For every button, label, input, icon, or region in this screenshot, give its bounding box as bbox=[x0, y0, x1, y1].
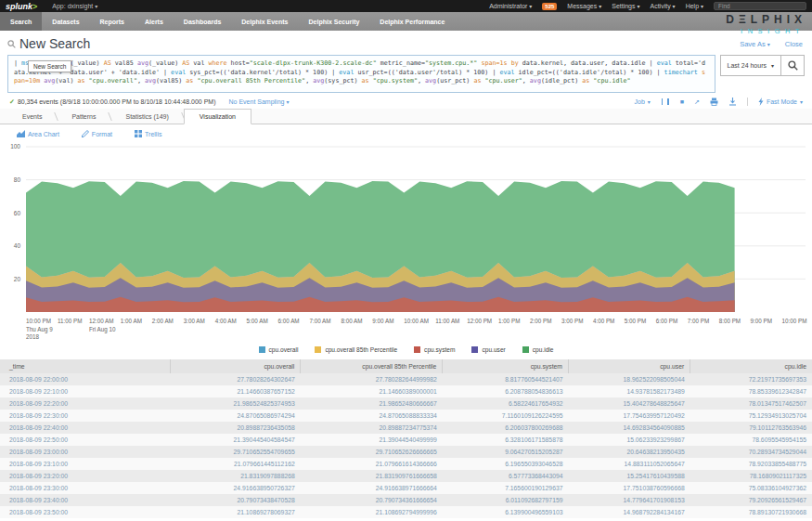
col-header-cpu-overall-85th-percentile[interactable]: cpu.overall 85th Percentile bbox=[301, 359, 443, 373]
nav-item-delphix-performance[interactable]: Delphix Performance bbox=[369, 12, 455, 31]
tab-visualization[interactable]: Visualization bbox=[184, 109, 251, 124]
help-menu[interactable]: Help ▾ bbox=[686, 3, 703, 9]
cell-value[interactable]: 6.328106171585878 bbox=[443, 434, 569, 446]
cell-value[interactable]: 14.968792284134167 bbox=[569, 506, 690, 518]
cell-value[interactable]: 79.10112763563946 bbox=[690, 422, 812, 434]
export-button[interactable] bbox=[728, 98, 737, 106]
splunk-logo[interactable]: splunk> bbox=[6, 2, 37, 11]
print-button[interactable] bbox=[710, 98, 718, 106]
cell-value[interactable]: 6.139900496559103 bbox=[443, 506, 569, 518]
stop-button[interactable]: ■ bbox=[680, 98, 684, 105]
cell-value[interactable]: 20.64638213950435 bbox=[569, 446, 690, 458]
cell-value[interactable]: 21.108692794999996 bbox=[301, 506, 443, 518]
tab-patterns[interactable]: Patterns bbox=[57, 110, 110, 124]
cell-value[interactable]: 24.87065088833334 bbox=[301, 410, 443, 422]
cell-value[interactable]: 27.78028264302647 bbox=[171, 373, 301, 385]
tab-events[interactable]: Events bbox=[7, 110, 57, 124]
run-search-button[interactable] bbox=[781, 55, 805, 76]
cell-value[interactable]: 75.08336104927362 bbox=[690, 482, 812, 494]
event-sampling-menu[interactable]: No Event Sampling ▾ bbox=[229, 98, 290, 105]
area-chart[interactable]: 2040608010010:00 PM11:00 PM12:00 AM1:00 … bbox=[0, 141, 812, 356]
cell-value[interactable]: 15.25417610439588 bbox=[569, 470, 690, 482]
cell-value[interactable]: 78.6095545954155 bbox=[690, 434, 812, 446]
cell-value[interactable]: 24.87065086974294 bbox=[171, 410, 301, 422]
cell-time[interactable]: 2018-08-09 23:00:00 bbox=[0, 446, 171, 458]
cell-time[interactable]: 2018-08-09 22:00:00 bbox=[0, 373, 171, 385]
cell-value[interactable]: 20.89887234775374 bbox=[301, 422, 443, 434]
pause-button[interactable] bbox=[661, 98, 670, 105]
administrator-menu[interactable]: Administrator ▾ bbox=[489, 3, 532, 9]
cell-value[interactable]: 21.831909761666658 bbox=[301, 470, 443, 482]
cell-value[interactable]: 6.206037800269688 bbox=[443, 422, 569, 434]
cell-value[interactable]: 78.16809021117325 bbox=[690, 470, 812, 482]
cell-time[interactable]: 2018-08-09 22:20:00 bbox=[0, 397, 171, 410]
cell-value[interactable]: 72.21971735697353 bbox=[690, 373, 812, 385]
format-button[interactable]: Format bbox=[82, 130, 112, 137]
col-header-_time[interactable]: _time bbox=[0, 359, 171, 373]
cell-value[interactable]: 20.89887236435058 bbox=[171, 422, 301, 434]
cell-value[interactable]: 21.39044540499999 bbox=[301, 434, 443, 446]
cell-value[interactable]: 15.404278648825647 bbox=[569, 397, 690, 410]
cell-value[interactable]: 29.710652626666665 bbox=[301, 446, 443, 458]
cell-value[interactable]: 14.692834564090885 bbox=[569, 422, 690, 434]
cell-value[interactable]: 24.916638971666664 bbox=[301, 482, 443, 494]
cell-value[interactable]: 21.98652480666667 bbox=[301, 397, 443, 410]
cell-value[interactable]: 78.85339612342847 bbox=[690, 385, 812, 397]
cell-value[interactable]: 14.883111052065647 bbox=[569, 458, 690, 470]
trellis-button[interactable]: Trellis bbox=[135, 130, 161, 137]
cell-value[interactable]: 21.390445404584547 bbox=[171, 434, 301, 446]
cell-value[interactable]: 27.780282644999982 bbox=[301, 373, 443, 385]
cell-value[interactable]: 21.079661614366666 bbox=[301, 458, 443, 470]
cell-value[interactable]: 6.196550393046528 bbox=[443, 458, 569, 470]
cell-value[interactable]: 20.79073438470528 bbox=[171, 494, 301, 506]
col-header-cpu-overall[interactable]: cpu.overall bbox=[171, 359, 301, 373]
find-input[interactable] bbox=[714, 2, 806, 10]
cell-value[interactable]: 15.06233923299867 bbox=[569, 434, 690, 446]
col-header-cpu-user[interactable]: cpu.user bbox=[569, 359, 690, 373]
cell-value[interactable]: 24.916638950726327 bbox=[171, 482, 301, 494]
search-mode-menu[interactable]: Fast Mode ▾ bbox=[758, 98, 803, 106]
legend-item-cpu-overall-85th-percentile[interactable]: cpu.overall 85th Percentile bbox=[315, 346, 397, 353]
messages-menu[interactable]: Messages ▾ bbox=[567, 3, 601, 9]
cell-value[interactable]: 79.20926561529467 bbox=[690, 494, 812, 506]
save-as-button[interactable]: Save As ▾ bbox=[740, 40, 770, 48]
cell-time[interactable]: 2018-08-09 22:50:00 bbox=[0, 434, 171, 446]
tab-statistics-149-[interactable]: Statistics (149) bbox=[110, 110, 183, 124]
close-button[interactable]: Close bbox=[785, 40, 803, 48]
cell-value[interactable]: 21.10869278069327 bbox=[171, 506, 301, 518]
cell-value[interactable]: 20.790734361666654 bbox=[301, 494, 443, 506]
legend-item-cpu-user[interactable]: cpu.user bbox=[471, 346, 505, 353]
cell-time[interactable]: 2018-08-09 22:40:00 bbox=[0, 422, 171, 434]
cell-value[interactable]: 29.710652554709655 bbox=[171, 446, 301, 458]
cell-value[interactable]: 17.754639957120492 bbox=[569, 410, 690, 422]
col-header-cpu-system[interactable]: cpu.system bbox=[443, 359, 569, 373]
cell-value[interactable]: 21.079661445112162 bbox=[171, 458, 301, 470]
cell-value[interactable]: 6.57773368443094 bbox=[443, 470, 569, 482]
cell-value[interactable]: 6.208788054836613 bbox=[443, 385, 569, 397]
cell-value[interactable]: 7.1160109126224595 bbox=[443, 410, 569, 422]
area-chart-canvas[interactable]: 2040608010010:00 PM11:00 PM12:00 AM1:00 … bbox=[0, 141, 812, 344]
cell-value[interactable]: 75.12934913025704 bbox=[690, 410, 812, 422]
cell-value[interactable]: 21.8319097888268 bbox=[171, 470, 301, 482]
app-menu[interactable]: App: dxinsight ▾ bbox=[52, 3, 97, 9]
cell-value[interactable]: 21.14660389000001 bbox=[301, 385, 443, 397]
legend-item-cpu-system[interactable]: cpu.system bbox=[414, 346, 455, 353]
legend-item-cpu-overall[interactable]: cpu.overall bbox=[259, 346, 299, 353]
cell-time[interactable]: 2018-08-09 23:40:00 bbox=[0, 494, 171, 506]
cell-value[interactable]: 17.751038760596668 bbox=[569, 482, 690, 494]
legend-item-cpu-idle[interactable]: cpu.idle bbox=[522, 346, 554, 353]
nav-item-reports[interactable]: Reports bbox=[90, 12, 135, 31]
cell-value[interactable]: 7.165600190129637 bbox=[443, 482, 569, 494]
cell-time[interactable]: 2018-08-09 23:50:00 bbox=[0, 506, 171, 518]
job-menu[interactable]: Job ▾ bbox=[634, 98, 650, 105]
cell-value[interactable]: 14.779641701908153 bbox=[569, 494, 690, 506]
cell-value[interactable]: 9.064270515205287 bbox=[443, 446, 569, 458]
time-range-picker[interactable]: Last 24 hours ▾ bbox=[720, 55, 781, 76]
cell-value[interactable]: 14.93781582173489 bbox=[569, 385, 690, 397]
nav-item-alerts[interactable]: Alerts bbox=[135, 12, 174, 31]
nav-item-delphix-security[interactable]: Delphix Security bbox=[299, 12, 370, 31]
cell-time[interactable]: 2018-08-09 23:20:00 bbox=[0, 470, 171, 482]
nav-item-search[interactable]: Search bbox=[0, 12, 42, 31]
cell-time[interactable]: 2018-08-09 22:30:00 bbox=[0, 410, 171, 422]
cell-value[interactable]: 70.28934734529044 bbox=[690, 446, 812, 458]
